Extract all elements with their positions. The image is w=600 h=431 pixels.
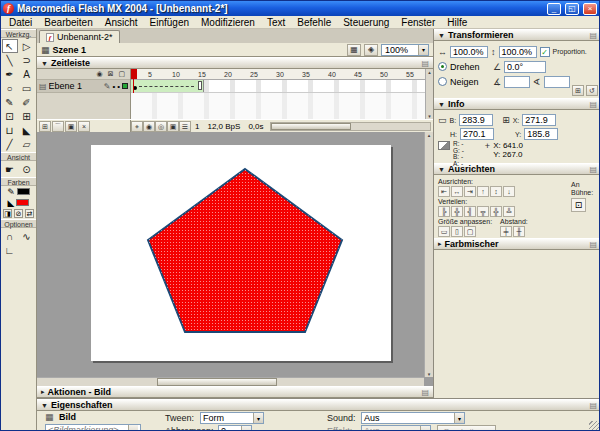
scroll-down-icon[interactable]: ▾	[425, 371, 433, 377]
frame-span-end[interactable]	[198, 81, 202, 90]
scroll-down-icon[interactable]: ▾	[426, 113, 433, 119]
actions-panel-header[interactable]: ▸ Aktionen - Bild ▤	[37, 386, 433, 398]
zoom-tool[interactable]: ⊙	[19, 162, 35, 176]
hand-tool[interactable]: ☛	[2, 162, 18, 176]
playhead[interactable]	[131, 69, 137, 79]
dropdown-arrow-icon[interactable]: ▾	[128, 425, 138, 431]
transform-width-field[interactable]: 100.0%	[450, 46, 488, 58]
align-hcenter-button[interactable]: ↔	[451, 186, 463, 197]
align-right-button[interactable]: ⇥	[464, 186, 476, 197]
info-panel-header[interactable]: ▼ Info ▤	[434, 98, 600, 110]
sound-select[interactable]: Aus ▾	[361, 412, 465, 424]
distribute-right-button[interactable]: ╣	[464, 206, 476, 217]
modify-onion-markers-button[interactable]: ☰	[179, 121, 191, 132]
align-vcenter-button[interactable]: ↕	[490, 186, 502, 197]
text-tool[interactable]: A	[19, 67, 35, 81]
zoom-select[interactable]: 100% ▾	[381, 44, 429, 56]
free-transform-tool[interactable]: ⊡	[2, 109, 18, 123]
match-both-button[interactable]: ▢	[464, 226, 476, 237]
rotate-radio[interactable]	[438, 62, 447, 71]
timeline-panel-header[interactable]: ▼ Zeitleiste ▤	[37, 57, 433, 69]
panel-menu-icon[interactable]: ▤	[589, 401, 597, 410]
document-tab[interactable]: f Unbenannt-2*	[39, 30, 120, 43]
insert-layer-button[interactable]: ⊞	[39, 121, 51, 132]
close-button[interactable]: ×	[583, 3, 597, 15]
smooth-option-button[interactable]: ∿	[19, 229, 35, 243]
center-frame-button[interactable]: ⌖	[131, 121, 143, 132]
timeline-vertical-scrollbar[interactable]: ▴ ▾	[425, 69, 433, 119]
window-resize-grip[interactable]	[589, 421, 600, 431]
stroke-color-swatch[interactable]	[17, 188, 30, 195]
edit-scene-button[interactable]: ▦	[347, 44, 361, 56]
info-height-field[interactable]: 270.1	[460, 128, 494, 140]
minimize-button[interactable]: _	[547, 3, 561, 15]
space-vertically-button[interactable]: ╪	[500, 226, 512, 237]
onion-skin-outlines-button[interactable]: ◎	[155, 121, 167, 132]
skew-v-field[interactable]	[544, 76, 570, 88]
frame-ruler[interactable]: 5 10 15 20 25 30 35 40 45 50 55	[131, 69, 425, 80]
show-hide-icon[interactable]: ◉	[96, 70, 102, 78]
panel-menu-icon[interactable]: ▤	[421, 388, 429, 397]
frame-label-field[interactable]: <Bildmarkierung> ▾	[45, 424, 141, 431]
info-y-field[interactable]: 185.8	[524, 128, 558, 140]
menu-item-text[interactable]: Text	[261, 17, 291, 28]
pen-tool[interactable]: ✒	[2, 67, 18, 81]
distribute-top-button[interactable]: ╦	[477, 206, 489, 217]
stage-horizontal-scrollbar[interactable]	[37, 377, 424, 386]
lock-icon[interactable]: ⊠	[108, 70, 114, 78]
info-x-field[interactable]: 271.9	[522, 114, 556, 126]
default-colors-button[interactable]: ◨	[3, 209, 12, 218]
edit-multiple-frames-button[interactable]: ▣	[167, 121, 179, 132]
menu-item-bearbeiten[interactable]: Bearbeiten	[38, 17, 98, 28]
match-height-button[interactable]: ▯	[451, 226, 463, 237]
dropdown-arrow-icon[interactable]: ▾	[454, 413, 464, 423]
eyedropper-tool[interactable]: ╱	[2, 137, 18, 151]
menu-item-ansicht[interactable]: Ansicht	[99, 17, 144, 28]
menu-item-einfuegen[interactable]: Einfügen	[144, 17, 195, 28]
scroll-up-icon[interactable]: ▴	[425, 132, 433, 138]
subselection-tool[interactable]: ▷	[19, 39, 35, 53]
panel-menu-icon[interactable]: ▤	[589, 100, 597, 109]
space-horizontally-button[interactable]: ╫	[513, 226, 525, 237]
stage-canvas[interactable]	[91, 145, 391, 361]
zoom-dropdown-arrow-icon[interactable]: ▾	[418, 45, 428, 55]
registration-grid-icon[interactable]: ⊞	[502, 115, 510, 125]
straighten-option-button[interactable]: ∟	[2, 243, 18, 257]
menu-item-modifizieren[interactable]: Modifizieren	[195, 17, 261, 28]
color-mixer-panel-header[interactable]: ▸ Farbmischer ▤	[434, 238, 600, 250]
outline-icon[interactable]: ▢	[118, 70, 125, 78]
distribute-bottom-button[interactable]: ╩	[503, 206, 515, 217]
frame-rate-readout[interactable]: 12,0 BpS	[203, 122, 244, 131]
no-color-button[interactable]: ⊘	[14, 209, 23, 218]
skew-h-field[interactable]	[504, 76, 530, 88]
rectangle-tool[interactable]: ▭	[19, 81, 35, 95]
shape-tween-span[interactable]	[131, 80, 204, 92]
edit-symbols-button[interactable]: ◈	[364, 44, 378, 56]
line-tool[interactable]: ╲	[2, 53, 18, 67]
ink-bottle-tool[interactable]: ⊔	[2, 123, 18, 137]
menu-item-steuerung[interactable]: Steuerung	[337, 17, 395, 28]
onion-skin-button[interactable]: ◉	[143, 121, 155, 132]
brush-tool[interactable]: ✐	[19, 95, 35, 109]
menu-item-datei[interactable]: Datei	[3, 17, 38, 28]
align-bottom-button[interactable]: ↓	[503, 186, 515, 197]
eraser-tool[interactable]: ▱	[19, 137, 35, 151]
panel-menu-icon[interactable]: ▤	[421, 59, 429, 68]
fill-transform-tool[interactable]: ⊞	[19, 109, 35, 123]
paint-bucket-tool[interactable]: ◣	[19, 123, 35, 137]
skew-radio[interactable]	[438, 77, 447, 86]
distribute-left-button[interactable]: ╠	[438, 206, 450, 217]
fill-color-swatch[interactable]	[16, 199, 29, 206]
properties-panel-header[interactable]: ▼ Eigenschaften ▤	[37, 399, 600, 411]
dropdown-arrow-icon[interactable]: ▾	[253, 413, 263, 423]
reset-transform-button[interactable]: ↺	[586, 85, 598, 96]
copy-and-apply-transform-button[interactable]: ⊞	[572, 85, 584, 96]
align-top-button[interactable]: ↑	[477, 186, 489, 197]
rotate-angle-field[interactable]: 0.0°	[504, 61, 546, 73]
info-width-field[interactable]: 283.9	[459, 114, 493, 126]
stage-work-area[interactable]: ▴ ▾	[37, 132, 433, 386]
ease-field[interactable]: 0 ▾	[218, 425, 252, 431]
empty-frames-area[interactable]	[131, 93, 425, 119]
menu-item-fenster[interactable]: Fenster	[395, 17, 441, 28]
dropdown-arrow-icon[interactable]: ▾	[241, 426, 251, 431]
